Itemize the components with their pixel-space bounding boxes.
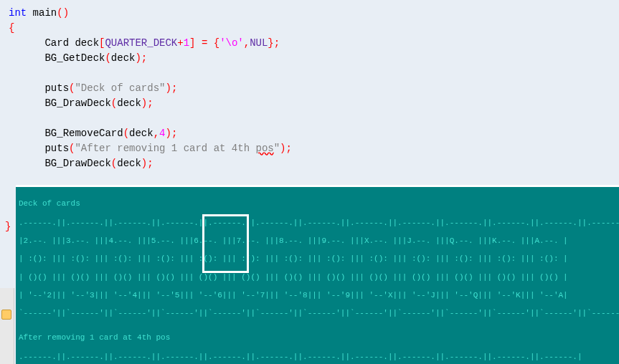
ascii-card-row: .------.||.------.||.------.||.------.||… [19,353,616,362]
code-line[interactable]: puts("Deck of cards"); [9,81,610,96]
code-line[interactable]: BG_RemoveCard(deck,4); [9,126,610,141]
brace: { [9,22,14,34]
identifier: Card deck [44,37,99,49]
fn-call: BG_GetDeck [44,52,105,64]
ascii-card-row: .------.||.------.||.------.||.------.||… [19,219,616,228]
ascii-card-row: | :(): ||| :(): ||| :(): ||| :(): ||| :(… [19,254,616,264]
code-line[interactable]: puts("After removing 1 card at 4th pos")… [9,141,610,156]
paren: () [57,7,69,19]
keyword: int [9,7,27,19]
code-line[interactable]: { [9,21,610,36]
fn-call: BG_DrawDeck [44,97,110,109]
code-line[interactable] [9,66,610,81]
string: "After removing 1 card at 4th [75,143,255,154]
fn-call: BG_DrawDeck [44,158,110,169]
code-line[interactable]: int main() [9,6,610,21]
margin-note-icon[interactable] [1,310,11,320]
ascii-card-row: | '--'2||| '--'3||| '--'4||| '--'5||| '-… [19,291,616,300]
ascii-card-row: | ()() ||| ()() ||| ()() ||| ()() ||| ()… [19,273,616,282]
macro: QUARTER_DECK [105,37,177,49]
fn-name: main [27,7,57,19]
fn-call: puts [44,82,69,94]
code-line[interactable]: BG_DrawDeck(deck); [9,156,610,171]
code-line[interactable] [9,111,610,126]
ascii-card-row: |2.--. |||3.--. |||4.--. |||5.--. |||6.-… [19,236,616,246]
code-line[interactable]: BG_DrawDeck(deck); [9,96,610,111]
fn-call: puts [44,143,69,154]
code-editor[interactable]: int main() { Card deck[QUARTER_DECK+1] =… [0,0,619,177]
spell-error: pos [255,143,273,154]
terminal-title: After removing 1 card at 4th pos [19,333,616,343]
editor-margin [0,288,14,364]
code-line[interactable]: Card deck[QUARTER_DECK+1] = {'\o',NUL}; [9,36,610,51]
terminal-title: Deck of cards [19,199,616,209]
code-line[interactable]: BG_GetDeck(deck); [9,51,610,66]
ascii-card-row: `------'||`------'||`------'||`------'||… [19,309,616,318]
brace: } [5,221,11,232]
string: "Deck of cards" [75,82,165,94]
fn-call: BG_RemoveCard [44,128,123,139]
terminal-output[interactable]: Deck of cards .------.||.------.||.-----… [16,185,619,364]
